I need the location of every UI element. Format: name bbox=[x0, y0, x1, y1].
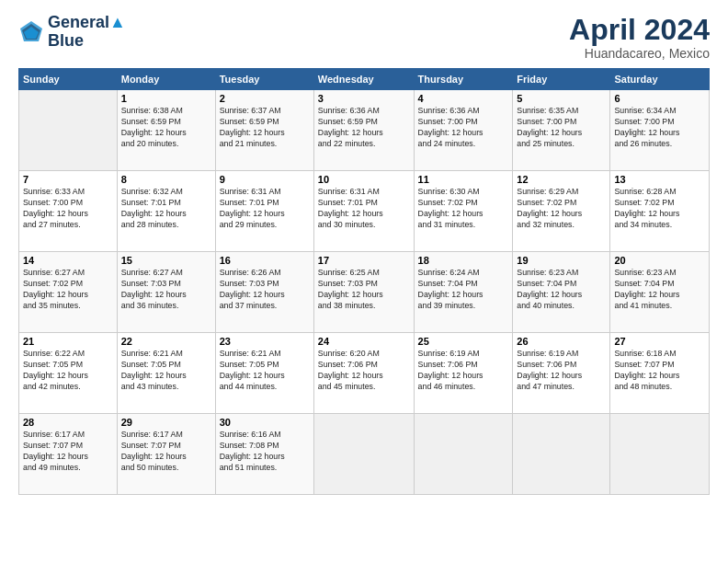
header: General▲ Blue April 2024 Huandacareo, Me… bbox=[18, 14, 710, 61]
calendar-cell: 26Sunrise: 6:19 AM Sunset: 7:06 PM Dayli… bbox=[513, 333, 610, 414]
weekday-header-saturday: Saturday bbox=[610, 69, 710, 90]
calendar-cell: 23Sunrise: 6:21 AM Sunset: 7:05 PM Dayli… bbox=[215, 333, 313, 414]
day-number: 24 bbox=[318, 336, 410, 347]
day-info: Sunrise: 6:26 AM Sunset: 7:03 PM Dayligh… bbox=[220, 268, 310, 312]
day-number: 16 bbox=[220, 255, 310, 266]
weekday-header-sunday: Sunday bbox=[19, 69, 118, 90]
calendar-cell: 20Sunrise: 6:23 AM Sunset: 7:04 PM Dayli… bbox=[610, 252, 710, 333]
day-info: Sunrise: 6:32 AM Sunset: 7:01 PM Dayligh… bbox=[121, 187, 211, 231]
calendar-cell: 7Sunrise: 6:33 AM Sunset: 7:00 PM Daylig… bbox=[19, 171, 118, 252]
calendar-cell: 8Sunrise: 6:32 AM Sunset: 7:01 PM Daylig… bbox=[117, 171, 215, 252]
calendar-cell: 30Sunrise: 6:16 AM Sunset: 7:08 PM Dayli… bbox=[215, 414, 313, 495]
month-title: April 2024 bbox=[569, 14, 710, 46]
calendar-cell: 28Sunrise: 6:17 AM Sunset: 7:07 PM Dayli… bbox=[19, 414, 118, 495]
day-info: Sunrise: 6:25 AM Sunset: 7:03 PM Dayligh… bbox=[318, 268, 410, 312]
calendar-cell: 19Sunrise: 6:23 AM Sunset: 7:04 PM Dayli… bbox=[513, 252, 610, 333]
day-number: 26 bbox=[517, 336, 606, 347]
calendar-cell: 13Sunrise: 6:28 AM Sunset: 7:02 PM Dayli… bbox=[610, 171, 710, 252]
calendar-week-1: 1Sunrise: 6:38 AM Sunset: 6:59 PM Daylig… bbox=[19, 90, 710, 171]
calendar-cell: 14Sunrise: 6:27 AM Sunset: 7:02 PM Dayli… bbox=[19, 252, 118, 333]
day-number: 15 bbox=[121, 255, 211, 266]
day-info: Sunrise: 6:27 AM Sunset: 7:03 PM Dayligh… bbox=[121, 268, 211, 312]
calendar-cell bbox=[610, 414, 710, 495]
day-info: Sunrise: 6:19 AM Sunset: 7:06 PM Dayligh… bbox=[517, 349, 606, 393]
weekday-header-wednesday: Wednesday bbox=[313, 69, 414, 90]
calendar-week-3: 14Sunrise: 6:27 AM Sunset: 7:02 PM Dayli… bbox=[19, 252, 710, 333]
day-number: 10 bbox=[318, 174, 410, 185]
day-info: Sunrise: 6:23 AM Sunset: 7:04 PM Dayligh… bbox=[614, 268, 705, 312]
day-info: Sunrise: 6:28 AM Sunset: 7:02 PM Dayligh… bbox=[614, 187, 705, 231]
day-number: 11 bbox=[418, 174, 509, 185]
calendar-cell: 1Sunrise: 6:38 AM Sunset: 6:59 PM Daylig… bbox=[117, 90, 215, 171]
calendar-cell: 22Sunrise: 6:21 AM Sunset: 7:05 PM Dayli… bbox=[117, 333, 215, 414]
day-number: 19 bbox=[517, 255, 606, 266]
day-number: 2 bbox=[220, 93, 310, 104]
calendar-cell: 25Sunrise: 6:19 AM Sunset: 7:06 PM Dayli… bbox=[414, 333, 513, 414]
calendar-cell: 18Sunrise: 6:24 AM Sunset: 7:04 PM Dayli… bbox=[414, 252, 513, 333]
day-info: Sunrise: 6:36 AM Sunset: 6:59 PM Dayligh… bbox=[318, 106, 410, 150]
day-info: Sunrise: 6:31 AM Sunset: 7:01 PM Dayligh… bbox=[220, 187, 310, 231]
weekday-header-thursday: Thursday bbox=[414, 69, 513, 90]
calendar-cell bbox=[414, 414, 513, 495]
calendar-cell bbox=[313, 414, 414, 495]
calendar-cell: 4Sunrise: 6:36 AM Sunset: 7:00 PM Daylig… bbox=[414, 90, 513, 171]
day-info: Sunrise: 6:23 AM Sunset: 7:04 PM Dayligh… bbox=[517, 268, 606, 312]
calendar-cell: 11Sunrise: 6:30 AM Sunset: 7:02 PM Dayli… bbox=[414, 171, 513, 252]
logo-text: General▲ Blue bbox=[48, 14, 126, 51]
day-info: Sunrise: 6:19 AM Sunset: 7:06 PM Dayligh… bbox=[418, 349, 509, 393]
day-number: 13 bbox=[614, 174, 705, 185]
day-number: 1 bbox=[121, 93, 211, 104]
weekday-header-tuesday: Tuesday bbox=[215, 69, 313, 90]
calendar-week-2: 7Sunrise: 6:33 AM Sunset: 7:00 PM Daylig… bbox=[19, 171, 710, 252]
day-info: Sunrise: 6:22 AM Sunset: 7:05 PM Dayligh… bbox=[23, 349, 113, 393]
day-info: Sunrise: 6:16 AM Sunset: 7:08 PM Dayligh… bbox=[220, 430, 310, 474]
day-number: 25 bbox=[418, 336, 509, 347]
day-number: 7 bbox=[23, 174, 113, 185]
calendar-cell: 2Sunrise: 6:37 AM Sunset: 6:59 PM Daylig… bbox=[215, 90, 313, 171]
day-number: 30 bbox=[220, 417, 310, 428]
location: Huandacareo, Mexico bbox=[569, 46, 710, 61]
day-info: Sunrise: 6:17 AM Sunset: 7:07 PM Dayligh… bbox=[23, 430, 113, 474]
calendar-cell: 27Sunrise: 6:18 AM Sunset: 7:07 PM Dayli… bbox=[610, 333, 710, 414]
day-number: 18 bbox=[418, 255, 509, 266]
calendar-cell: 16Sunrise: 6:26 AM Sunset: 7:03 PM Dayli… bbox=[215, 252, 313, 333]
day-info: Sunrise: 6:21 AM Sunset: 7:05 PM Dayligh… bbox=[220, 349, 310, 393]
day-info: Sunrise: 6:38 AM Sunset: 6:59 PM Dayligh… bbox=[121, 106, 211, 150]
day-number: 29 bbox=[121, 417, 211, 428]
calendar-cell: 10Sunrise: 6:31 AM Sunset: 7:01 PM Dayli… bbox=[313, 171, 414, 252]
calendar-cell: 6Sunrise: 6:34 AM Sunset: 7:00 PM Daylig… bbox=[610, 90, 710, 171]
day-info: Sunrise: 6:29 AM Sunset: 7:02 PM Dayligh… bbox=[517, 187, 606, 231]
day-number: 14 bbox=[23, 255, 113, 266]
day-info: Sunrise: 6:17 AM Sunset: 7:07 PM Dayligh… bbox=[121, 430, 211, 474]
day-number: 27 bbox=[614, 336, 705, 347]
day-number: 20 bbox=[614, 255, 705, 266]
day-number: 21 bbox=[23, 336, 113, 347]
calendar-cell bbox=[513, 414, 610, 495]
day-info: Sunrise: 6:30 AM Sunset: 7:02 PM Dayligh… bbox=[418, 187, 509, 231]
day-info: Sunrise: 6:37 AM Sunset: 6:59 PM Dayligh… bbox=[220, 106, 310, 150]
calendar-cell: 15Sunrise: 6:27 AM Sunset: 7:03 PM Dayli… bbox=[117, 252, 215, 333]
calendar-cell: 9Sunrise: 6:31 AM Sunset: 7:01 PM Daylig… bbox=[215, 171, 313, 252]
day-number: 23 bbox=[220, 336, 310, 347]
day-number: 8 bbox=[121, 174, 211, 185]
day-info: Sunrise: 6:31 AM Sunset: 7:01 PM Dayligh… bbox=[318, 187, 410, 231]
calendar-week-5: 28Sunrise: 6:17 AM Sunset: 7:07 PM Dayli… bbox=[19, 414, 710, 495]
day-number: 3 bbox=[318, 93, 410, 104]
day-info: Sunrise: 6:18 AM Sunset: 7:07 PM Dayligh… bbox=[614, 349, 705, 393]
day-number: 9 bbox=[220, 174, 310, 185]
calendar-cell: 3Sunrise: 6:36 AM Sunset: 6:59 PM Daylig… bbox=[313, 90, 414, 171]
calendar-cell: 5Sunrise: 6:35 AM Sunset: 7:00 PM Daylig… bbox=[513, 90, 610, 171]
calendar-cell: 17Sunrise: 6:25 AM Sunset: 7:03 PM Dayli… bbox=[313, 252, 414, 333]
day-info: Sunrise: 6:36 AM Sunset: 7:00 PM Dayligh… bbox=[418, 106, 509, 150]
day-number: 12 bbox=[517, 174, 606, 185]
day-info: Sunrise: 6:33 AM Sunset: 7:00 PM Dayligh… bbox=[23, 187, 113, 231]
calendar-cell: 12Sunrise: 6:29 AM Sunset: 7:02 PM Dayli… bbox=[513, 171, 610, 252]
logo: General▲ Blue bbox=[18, 14, 126, 51]
calendar-week-4: 21Sunrise: 6:22 AM Sunset: 7:05 PM Dayli… bbox=[19, 333, 710, 414]
day-info: Sunrise: 6:35 AM Sunset: 7:00 PM Dayligh… bbox=[517, 106, 606, 150]
day-info: Sunrise: 6:21 AM Sunset: 7:05 PM Dayligh… bbox=[121, 349, 211, 393]
logo-icon bbox=[18, 19, 44, 45]
title-block: April 2024 Huandacareo, Mexico bbox=[569, 14, 710, 61]
day-info: Sunrise: 6:20 AM Sunset: 7:06 PM Dayligh… bbox=[318, 349, 410, 393]
page: General▲ Blue April 2024 Huandacareo, Me… bbox=[0, 0, 728, 563]
